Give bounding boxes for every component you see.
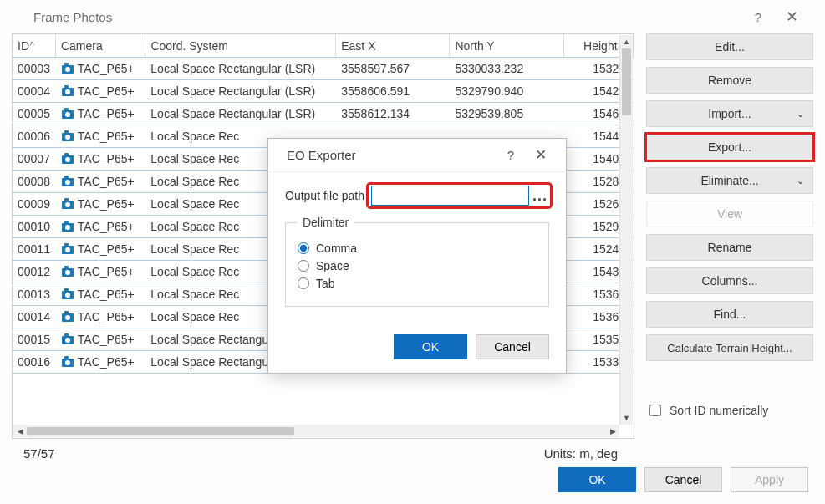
scroll-up-icon[interactable]: ▲: [620, 35, 633, 48]
svg-rect-1: [64, 63, 69, 66]
delimiter-space-radio[interactable]: [298, 260, 309, 272]
rename-button[interactable]: Rename: [646, 234, 813, 261]
calculate-terrain-button[interactable]: Calculate Terrain Height...: [646, 334, 813, 361]
columns-button[interactable]: Columns...: [646, 267, 813, 294]
cell-coord: Local Space Rectangular (LSR): [145, 107, 336, 120]
cell-id: 00011: [13, 242, 56, 256]
dialog-title: EO Exporter: [287, 148, 356, 162]
cell-northy: 5329790.940: [450, 84, 563, 98]
dialog-cancel-button[interactable]: Cancel: [476, 334, 549, 359]
col-header-id[interactable]: ID^: [13, 34, 56, 57]
export-button[interactable]: Export...: [646, 134, 813, 160]
cell-id: 00003: [13, 62, 56, 75]
svg-point-26: [65, 247, 70, 252]
svg-rect-34: [64, 311, 69, 314]
delimiter-space-option[interactable]: Space: [298, 259, 537, 272]
view-button: View: [646, 201, 813, 227]
cell-camera: TAC_P65+: [56, 152, 145, 165]
camera-icon: [61, 288, 74, 300]
camera-icon: [61, 198, 74, 210]
cell-id: 00014: [13, 310, 56, 323]
svg-rect-31: [64, 288, 69, 292]
svg-rect-10: [64, 130, 69, 134]
svg-rect-16: [64, 176, 69, 179]
svg-point-41: [65, 360, 70, 365]
apply-button: Apply: [731, 467, 808, 492]
dialog-help-icon[interactable]: ?: [496, 148, 526, 162]
ok-button[interactable]: OK: [558, 467, 636, 492]
svg-rect-40: [64, 356, 69, 359]
svg-point-32: [65, 293, 70, 298]
table-row[interactable]: 00005TAC_P65+Local Space Rectangular (LS…: [13, 103, 634, 125]
sort-id-checkbox[interactable]: [649, 405, 661, 416]
camera-icon: [61, 63, 74, 74]
scroll-thumb[interactable]: [622, 48, 631, 115]
remove-button[interactable]: Remove: [646, 67, 813, 94]
table-row[interactable]: 00004TAC_P65+Local Space Rectangular (LS…: [13, 80, 634, 103]
cancel-button[interactable]: Cancel: [644, 467, 722, 492]
output-path-label: Output file path: [285, 189, 364, 202]
cell-camera: TAC_P65+: [56, 197, 145, 211]
cell-eastx: 3558597.567: [336, 62, 450, 75]
units-label: Units: m, deg: [544, 446, 618, 461]
cell-camera: TAC_P65+: [56, 220, 145, 233]
cell-id: 00007: [13, 152, 56, 165]
cell-camera: TAC_P65+: [56, 288, 145, 301]
chevron-down-icon: ⌄: [797, 176, 804, 186]
cell-coord: Local Space Rectangular (LSR): [145, 84, 336, 98]
delimiter-legend: Delimiter: [298, 216, 354, 229]
cell-id: 00012: [13, 265, 56, 278]
edit-button[interactable]: Edit...: [646, 33, 813, 60]
scroll-down-icon[interactable]: ▼: [620, 411, 633, 425]
eo-exporter-dialog: EO Exporter ? ✕ Output file path ... Del…: [267, 138, 567, 374]
cell-id: 00009: [13, 197, 56, 211]
find-button[interactable]: Find...: [646, 301, 813, 328]
vertical-scrollbar[interactable]: ▲ ▼: [619, 35, 633, 425]
statusbar: 57/57 Units: m, deg: [12, 439, 634, 464]
col-header-coord[interactable]: Coord. System: [145, 34, 336, 57]
close-icon[interactable]: ✕: [775, 8, 808, 26]
output-path-input[interactable]: [371, 186, 529, 206]
help-icon[interactable]: ?: [741, 10, 775, 24]
horizontal-scrollbar[interactable]: ◀ ▶: [13, 425, 619, 437]
dialog-close-icon[interactable]: ✕: [526, 146, 556, 164]
cell-id: 00004: [13, 84, 56, 98]
svg-rect-22: [64, 221, 69, 224]
scroll-left-icon[interactable]: ◀: [13, 427, 27, 435]
delimiter-comma-radio[interactable]: [298, 242, 309, 254]
svg-rect-4: [64, 85, 69, 89]
camera-icon: [61, 333, 74, 345]
svg-point-35: [65, 315, 70, 320]
svg-rect-7: [64, 108, 69, 111]
cell-id: 00006: [13, 130, 56, 143]
delimiter-tab-option[interactable]: Tab: [298, 277, 537, 290]
col-header-camera[interactable]: Camera: [56, 34, 145, 57]
sidebar: Edit... Remove Import...⌄ Export... Elim…: [646, 33, 813, 464]
browse-button[interactable]: ...: [532, 187, 547, 205]
delimiter-tab-radio[interactable]: [298, 277, 309, 289]
col-header-northy[interactable]: North Y: [450, 34, 563, 57]
titlebar: Frame Photos ? ✕: [0, 0, 825, 33]
cell-id: 00010: [13, 220, 56, 233]
eliminate-button[interactable]: Eliminate...⌄: [646, 167, 813, 194]
svg-point-5: [65, 89, 70, 94]
dialog-titlebar: EO Exporter ? ✕: [268, 139, 566, 172]
camera-icon: [61, 356, 74, 368]
col-header-eastx[interactable]: East X: [336, 34, 450, 57]
delimiter-fieldset: Delimiter Comma Space Tab: [285, 216, 549, 307]
scroll-right-icon[interactable]: ▶: [606, 427, 619, 435]
svg-point-29: [65, 270, 70, 275]
import-button[interactable]: Import...⌄: [646, 100, 813, 127]
dialog-ok-button[interactable]: OK: [394, 334, 467, 359]
chevron-down-icon: ⌄: [797, 109, 804, 120]
camera-icon: [61, 176, 74, 187]
delimiter-comma-option[interactable]: Comma: [298, 242, 537, 255]
cell-camera: TAC_P65+: [56, 355, 145, 369]
table-row[interactable]: 00003TAC_P65+Local Space Rectangular (LS…: [13, 58, 634, 80]
hscroll-thumb[interactable]: [27, 427, 294, 435]
dialog-footer: OK Cancel Apply: [0, 464, 825, 504]
sort-id-label[interactable]: Sort ID numerically: [670, 403, 768, 418]
cell-northy: 5330033.232: [450, 62, 563, 75]
cell-id: 00008: [13, 175, 56, 188]
svg-rect-28: [64, 266, 69, 269]
